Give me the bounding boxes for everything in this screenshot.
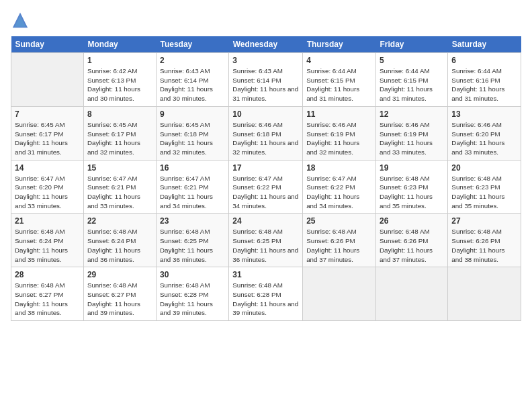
day-info: Sunrise: 6:46 AM Sunset: 6:19 PM Dayligh… [380, 120, 444, 157]
calendar-cell: 29Sunrise: 6:48 AM Sunset: 6:27 PM Dayli… [83, 267, 156, 321]
day-info: Sunrise: 6:43 AM Sunset: 6:14 PM Dayligh… [160, 66, 225, 103]
calendar-cell: 7Sunrise: 6:45 AM Sunset: 6:17 PM Daylig… [11, 106, 84, 160]
day-info: Sunrise: 6:47 AM Sunset: 6:22 PM Dayligh… [306, 174, 372, 211]
day-info: Sunrise: 6:48 AM Sunset: 6:24 PM Dayligh… [87, 227, 152, 264]
day-number: 30 [160, 270, 225, 279]
calendar-cell: 12Sunrise: 6:46 AM Sunset: 6:19 PM Dayli… [376, 106, 448, 160]
day-info: Sunrise: 6:42 AM Sunset: 6:13 PM Dayligh… [87, 66, 152, 103]
day-info: Sunrise: 6:48 AM Sunset: 6:23 PM Dayligh… [380, 174, 444, 211]
day-info: Sunrise: 6:45 AM Sunset: 6:17 PM Dayligh… [87, 120, 152, 157]
day-info: Sunrise: 6:47 AM Sunset: 6:21 PM Dayligh… [160, 174, 225, 211]
day-number: 2 [160, 56, 225, 65]
calendar-week-row: 21Sunrise: 6:48 AM Sunset: 6:24 PM Dayli… [11, 214, 521, 267]
day-number: 25 [306, 216, 372, 226]
day-number: 3 [232, 56, 299, 65]
calendar-cell [448, 267, 521, 321]
calendar-header-friday: Friday [376, 36, 448, 53]
calendar-cell: 21Sunrise: 6:48 AM Sunset: 6:24 PM Dayli… [11, 214, 84, 267]
page-container: SundayMondayTuesdayWednesdayThursdayFrid… [0, 0, 532, 328]
day-info: Sunrise: 6:48 AM Sunset: 6:28 PM Dayligh… [160, 281, 225, 318]
calendar-cell: 13Sunrise: 6:46 AM Sunset: 6:20 PM Dayli… [448, 106, 521, 160]
day-number: 31 [232, 270, 299, 279]
day-info: Sunrise: 6:47 AM Sunset: 6:21 PM Dayligh… [87, 174, 152, 211]
day-number: 26 [380, 216, 444, 226]
day-info: Sunrise: 6:48 AM Sunset: 6:26 PM Dayligh… [306, 227, 372, 264]
day-number: 6 [451, 56, 517, 65]
calendar-cell: 19Sunrise: 6:48 AM Sunset: 6:23 PM Dayli… [376, 160, 448, 214]
calendar-cell: 9Sunrise: 6:45 AM Sunset: 6:18 PM Daylig… [156, 106, 228, 160]
day-number: 8 [87, 109, 152, 119]
day-number: 21 [15, 216, 80, 226]
day-info: Sunrise: 6:48 AM Sunset: 6:28 PM Dayligh… [232, 281, 299, 318]
day-number: 1 [87, 56, 152, 65]
calendar-cell: 1Sunrise: 6:42 AM Sunset: 6:13 PM Daylig… [83, 53, 156, 107]
day-number: 15 [87, 163, 152, 173]
day-info: Sunrise: 6:45 AM Sunset: 6:18 PM Dayligh… [160, 120, 225, 157]
day-info: Sunrise: 6:47 AM Sunset: 6:22 PM Dayligh… [232, 174, 299, 211]
day-number: 29 [87, 270, 152, 279]
calendar-cell: 5Sunrise: 6:44 AM Sunset: 6:15 PM Daylig… [376, 53, 448, 107]
calendar-cell: 6Sunrise: 6:44 AM Sunset: 6:16 PM Daylig… [448, 53, 521, 107]
calendar-cell: 26Sunrise: 6:48 AM Sunset: 6:26 PM Dayli… [376, 214, 448, 267]
day-number: 27 [451, 216, 517, 226]
day-info: Sunrise: 6:44 AM Sunset: 6:16 PM Dayligh… [451, 66, 517, 103]
calendar-cell: 22Sunrise: 6:48 AM Sunset: 6:24 PM Dayli… [83, 214, 156, 267]
calendar-week-row: 14Sunrise: 6:47 AM Sunset: 6:20 PM Dayli… [11, 160, 521, 214]
calendar-week-row: 28Sunrise: 6:48 AM Sunset: 6:27 PM Dayli… [11, 267, 521, 321]
calendar-cell: 25Sunrise: 6:48 AM Sunset: 6:26 PM Dayli… [303, 214, 376, 267]
day-number: 9 [160, 109, 225, 119]
calendar-header-row: SundayMondayTuesdayWednesdayThursdayFrid… [11, 36, 521, 53]
calendar-cell: 24Sunrise: 6:48 AM Sunset: 6:25 PM Dayli… [229, 214, 303, 267]
calendar-cell: 31Sunrise: 6:48 AM Sunset: 6:28 PM Dayli… [229, 267, 303, 321]
calendar-cell: 16Sunrise: 6:47 AM Sunset: 6:21 PM Dayli… [156, 160, 228, 214]
day-info: Sunrise: 6:43 AM Sunset: 6:14 PM Dayligh… [232, 66, 299, 103]
calendar-cell: 20Sunrise: 6:48 AM Sunset: 6:23 PM Dayli… [448, 160, 521, 214]
day-number: 10 [232, 109, 299, 119]
day-number: 13 [451, 109, 517, 119]
calendar-cell: 23Sunrise: 6:48 AM Sunset: 6:25 PM Dayli… [156, 214, 228, 267]
page-header [11, 11, 521, 30]
day-number: 7 [15, 109, 80, 119]
calendar-week-row: 1Sunrise: 6:42 AM Sunset: 6:13 PM Daylig… [11, 53, 521, 107]
calendar-cell: 3Sunrise: 6:43 AM Sunset: 6:14 PM Daylig… [229, 53, 303, 107]
day-number: 20 [451, 163, 517, 173]
day-info: Sunrise: 6:48 AM Sunset: 6:27 PM Dayligh… [15, 281, 80, 318]
day-info: Sunrise: 6:45 AM Sunset: 6:17 PM Dayligh… [15, 120, 80, 157]
calendar-header-saturday: Saturday [448, 36, 521, 53]
day-number: 17 [232, 163, 299, 173]
calendar-cell: 27Sunrise: 6:48 AM Sunset: 6:26 PM Dayli… [448, 214, 521, 267]
calendar-cell: 8Sunrise: 6:45 AM Sunset: 6:17 PM Daylig… [83, 106, 156, 160]
day-number: 23 [160, 216, 225, 226]
calendar-header-monday: Monday [83, 36, 156, 53]
day-number: 28 [15, 270, 80, 279]
day-info: Sunrise: 6:46 AM Sunset: 6:20 PM Dayligh… [451, 120, 517, 157]
day-info: Sunrise: 6:48 AM Sunset: 6:26 PM Dayligh… [380, 227, 444, 264]
day-number: 22 [87, 216, 152, 226]
calendar-cell: 15Sunrise: 6:47 AM Sunset: 6:21 PM Dayli… [83, 160, 156, 214]
day-info: Sunrise: 6:48 AM Sunset: 6:23 PM Dayligh… [451, 174, 517, 211]
day-info: Sunrise: 6:44 AM Sunset: 6:15 PM Dayligh… [380, 66, 444, 103]
day-info: Sunrise: 6:48 AM Sunset: 6:26 PM Dayligh… [451, 227, 517, 264]
day-number: 4 [306, 56, 372, 65]
calendar-cell: 10Sunrise: 6:46 AM Sunset: 6:18 PM Dayli… [229, 106, 303, 160]
calendar-cell [376, 267, 448, 321]
day-info: Sunrise: 6:48 AM Sunset: 6:25 PM Dayligh… [232, 227, 299, 264]
day-number: 12 [380, 109, 444, 119]
day-number: 11 [306, 109, 372, 119]
calendar-cell: 28Sunrise: 6:48 AM Sunset: 6:27 PM Dayli… [11, 267, 84, 321]
calendar-header-sunday: Sunday [11, 36, 84, 53]
calendar-cell: 2Sunrise: 6:43 AM Sunset: 6:14 PM Daylig… [156, 53, 228, 107]
calendar-cell [11, 53, 84, 107]
day-info: Sunrise: 6:46 AM Sunset: 6:18 PM Dayligh… [232, 120, 299, 157]
day-info: Sunrise: 6:48 AM Sunset: 6:24 PM Dayligh… [15, 227, 80, 264]
calendar-cell: 11Sunrise: 6:46 AM Sunset: 6:19 PM Dayli… [303, 106, 376, 160]
logo-icon [11, 11, 30, 30]
calendar-cell: 14Sunrise: 6:47 AM Sunset: 6:20 PM Dayli… [11, 160, 84, 214]
day-info: Sunrise: 6:48 AM Sunset: 6:25 PM Dayligh… [160, 227, 225, 264]
day-number: 24 [232, 216, 299, 226]
calendar-cell: 17Sunrise: 6:47 AM Sunset: 6:22 PM Dayli… [229, 160, 303, 214]
day-number: 5 [380, 56, 444, 65]
calendar-header-thursday: Thursday [303, 36, 376, 53]
day-info: Sunrise: 6:44 AM Sunset: 6:15 PM Dayligh… [306, 66, 372, 103]
calendar-cell: 18Sunrise: 6:47 AM Sunset: 6:22 PM Dayli… [303, 160, 376, 214]
